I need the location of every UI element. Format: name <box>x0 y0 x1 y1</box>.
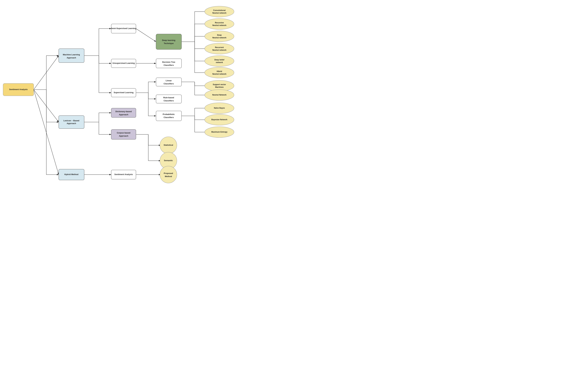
naive-bayes-label: Nalve Bayes <box>214 107 225 109</box>
deep-learning-node <box>156 34 182 49</box>
corpus-based-label2: Approach <box>119 135 128 137</box>
semantic-label: Semantic <box>164 159 173 162</box>
recurrent-nn-label2: Neutral network <box>212 49 226 51</box>
unsupervised-label: Unsupervised Learning <box>112 62 135 64</box>
dictionary-based-node <box>111 108 136 118</box>
proposed-method-node <box>160 166 177 183</box>
deep-learning-label: Deep learning <box>162 39 175 41</box>
lexicon-based-label: Lexicon – Based <box>63 119 79 122</box>
lexicon-based-node <box>59 116 84 129</box>
probabilistic-node <box>156 111 182 121</box>
deep-nn-node <box>205 31 234 42</box>
linear-classifiers-label2: Classifiers <box>164 83 174 85</box>
hibrid-nn-label: Hibrid <box>217 70 222 72</box>
corpus-based-node <box>111 130 136 139</box>
corpus-based-label: Corpus-based <box>117 132 130 134</box>
deep-belief-label: Deep belief <box>214 59 224 61</box>
recurrent-nn-node <box>205 43 234 54</box>
statistical-label: Statistical <box>164 144 173 146</box>
dictionary-based-label: Dictionary-based <box>115 110 132 113</box>
deep-belief-node <box>205 56 234 66</box>
max-entropy-label: Maximum Entropy <box>211 131 227 133</box>
svm-label: Support vector <box>213 83 226 86</box>
sentiment-analysis-label: Sentiment Analysis <box>9 88 27 91</box>
hybrid-method-label: Hybrid Method <box>64 173 79 176</box>
svg-line-2 <box>34 90 59 122</box>
proposed-method-label: Proposed <box>164 172 173 174</box>
deep-nn-label2: Neutral network <box>212 37 226 39</box>
recursive-nn-node <box>205 19 234 29</box>
recursive-nn-label: Recursive <box>215 22 224 24</box>
decision-tree-label2: Classifiers <box>164 64 174 66</box>
cnn-label: Convolutional <box>213 9 225 12</box>
deep-nn-label: Deep <box>217 34 222 36</box>
sentiment-analysis2-label: Sentiment Analysis <box>114 173 133 176</box>
machine-learning-label: Machine Learning <box>63 53 80 56</box>
svg-line-3 <box>34 90 59 175</box>
svg-line-4 <box>136 29 156 42</box>
recurrent-nn-label: Recurrent <box>215 46 224 48</box>
rule-based-node <box>156 95 182 103</box>
neutral-network-label: Neutral Network <box>212 94 226 96</box>
probabilistic-label: Probabilistic <box>163 113 175 115</box>
rule-based-label: Rule-based <box>163 96 174 99</box>
hibrid-nn-node <box>205 67 234 78</box>
cnn-label2: Neutral network <box>212 12 226 14</box>
decision-tree-node <box>156 59 182 68</box>
cnn-node <box>205 6 234 17</box>
svm-label2: Machines <box>215 86 224 88</box>
deep-learning-label2: Technique <box>164 42 174 45</box>
semi-supervised-label: Semi-Supervised Learning <box>111 27 136 30</box>
probabilistic-label2: Classifiers <box>164 116 174 119</box>
linear-classifiers-node <box>156 78 182 86</box>
supervised-label: Supervised Learning <box>114 91 134 94</box>
decision-tree-label: Decision Tree <box>162 61 175 63</box>
hibrid-nn-label2: Neutral network <box>212 73 226 75</box>
svg-line-1 <box>34 56 59 90</box>
machine-learning-label2: Approach <box>67 57 76 59</box>
recursive-nn-label2: Neutral network <box>212 24 226 26</box>
linear-classifiers-label: Linear <box>166 79 172 82</box>
proposed-method-label2: Method <box>165 175 172 178</box>
rule-based-label2: Classifiers <box>164 99 174 102</box>
lexicon-based-label2: Approach <box>67 122 76 125</box>
deep-belief-label2: network <box>216 61 223 63</box>
bayesian-network-label: Bayesian Network <box>211 119 227 121</box>
dictionary-based-label2: Approach <box>119 113 128 116</box>
